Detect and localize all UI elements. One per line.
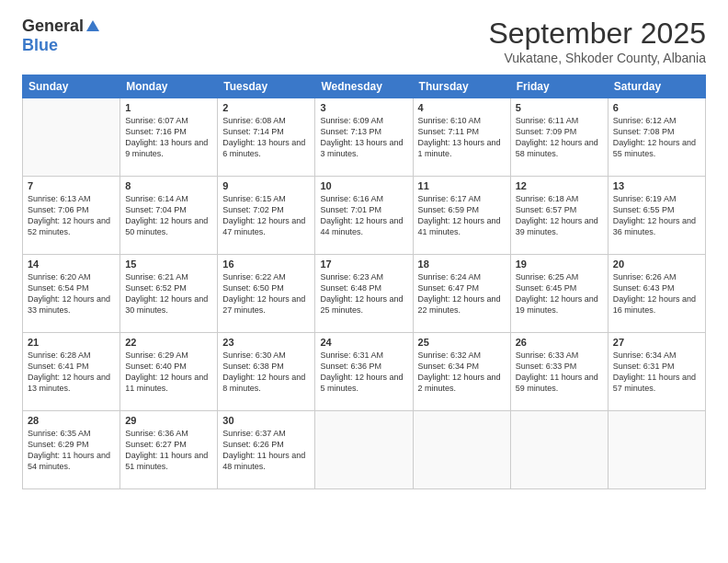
day-number: 19 (516, 259, 603, 270)
sunrise-label: Sunrise: 6:08 AM (222, 116, 286, 125)
cell-info: Sunrise: 6:08 AMSunset: 7:14 PMDaylight:… (222, 115, 310, 160)
cell-info: Sunrise: 6:31 AMSunset: 6:36 PMDaylight:… (320, 350, 407, 395)
day-number: 8 (125, 180, 212, 191)
sunrise-label: Sunrise: 6:26 AM (613, 272, 677, 282)
week-row-5: 28Sunrise: 6:35 AMSunset: 6:29 PMDayligh… (23, 411, 706, 489)
cell-info: Sunrise: 6:15 AMSunset: 7:02 PMDaylight:… (222, 193, 310, 238)
daylight-label: Daylight: 13 hours and 3 minutes. (320, 138, 403, 158)
daylight-label: Daylight: 13 hours and 9 minutes. (125, 138, 208, 158)
sunset-label: Sunset: 6:50 PM (222, 283, 284, 293)
sunset-label: Sunset: 6:41 PM (28, 362, 89, 371)
calendar-cell: 7Sunrise: 6:13 AMSunset: 7:06 PMDaylight… (23, 177, 120, 255)
sunrise-label: Sunrise: 6:20 AM (28, 272, 91, 282)
sunset-label: Sunset: 7:16 PM (125, 127, 187, 136)
cell-info: Sunrise: 6:10 AMSunset: 7:11 PMDaylight:… (418, 115, 506, 160)
sunset-label: Sunset: 6:47 PM (418, 283, 480, 293)
cell-info: Sunrise: 6:33 AMSunset: 6:33 PMDaylight:… (516, 350, 603, 395)
calendar-cell: 13Sunrise: 6:19 AMSunset: 6:55 PMDayligh… (608, 177, 705, 255)
logo-triangle-icon (86, 20, 99, 31)
daylight-label: Daylight: 12 hours and 58 minutes. (516, 138, 598, 158)
cell-info: Sunrise: 6:18 AMSunset: 6:57 PMDaylight:… (516, 193, 603, 238)
sunrise-label: Sunrise: 6:09 AM (320, 116, 383, 125)
sunrise-label: Sunrise: 6:14 AM (125, 194, 188, 203)
weekday-header-tuesday: Tuesday (218, 75, 315, 98)
sunset-label: Sunset: 7:14 PM (222, 127, 284, 136)
cell-info: Sunrise: 6:17 AMSunset: 6:59 PMDaylight:… (418, 193, 506, 238)
daylight-label: Daylight: 12 hours and 5 minutes. (320, 373, 403, 393)
cell-info: Sunrise: 6:20 AMSunset: 6:54 PMDaylight:… (28, 271, 115, 316)
daylight-label: Daylight: 12 hours and 55 minutes. (613, 138, 696, 158)
sunrise-label: Sunrise: 6:17 AM (418, 194, 482, 203)
day-number: 3 (320, 102, 407, 113)
calendar-cell (510, 411, 608, 489)
title-block: September 2025 Vukatane, Shkoder County,… (488, 17, 706, 65)
sunset-label: Sunset: 7:01 PM (320, 205, 381, 214)
sunrise-label: Sunrise: 6:31 AM (320, 350, 383, 360)
calendar-cell: 4Sunrise: 6:10 AMSunset: 7:11 PMDaylight… (413, 98, 510, 177)
cell-info: Sunrise: 6:37 AMSunset: 6:26 PMDaylight:… (222, 428, 310, 473)
day-number: 18 (418, 259, 506, 270)
sunrise-label: Sunrise: 6:28 AM (28, 350, 91, 360)
weekday-header-row: SundayMondayTuesdayWednesdayThursdayFrid… (23, 75, 706, 98)
sunrise-label: Sunrise: 6:32 AM (418, 350, 482, 360)
sunset-label: Sunset: 6:31 PM (613, 362, 675, 371)
calendar-cell: 1Sunrise: 6:07 AMSunset: 7:16 PMDaylight… (120, 98, 218, 177)
daylight-label: Daylight: 12 hours and 8 minutes. (222, 373, 305, 393)
daylight-label: Daylight: 12 hours and 11 minutes. (125, 373, 208, 393)
weekday-header-wednesday: Wednesday (315, 75, 413, 98)
daylight-label: Daylight: 11 hours and 54 minutes. (28, 451, 110, 471)
calendar-cell (608, 411, 705, 489)
day-number: 7 (28, 180, 115, 191)
calendar-cell: 10Sunrise: 6:16 AMSunset: 7:01 PMDayligh… (315, 177, 413, 255)
daylight-label: Daylight: 12 hours and 19 minutes. (516, 294, 598, 315)
cell-info: Sunrise: 6:29 AMSunset: 6:40 PMDaylight:… (125, 350, 212, 395)
calendar-cell: 5Sunrise: 6:11 AMSunset: 7:09 PMDaylight… (510, 98, 608, 177)
calendar-cell: 27Sunrise: 6:34 AMSunset: 6:31 PMDayligh… (608, 333, 705, 411)
daylight-label: Daylight: 13 hours and 1 minute. (418, 138, 501, 158)
cell-info: Sunrise: 6:30 AMSunset: 6:38 PMDaylight:… (222, 350, 310, 395)
cell-info: Sunrise: 6:25 AMSunset: 6:45 PMDaylight:… (516, 271, 603, 316)
calendar-cell: 14Sunrise: 6:20 AMSunset: 6:54 PMDayligh… (23, 255, 120, 333)
cell-info: Sunrise: 6:35 AMSunset: 6:29 PMDaylight:… (28, 428, 115, 473)
cell-info: Sunrise: 6:22 AMSunset: 6:50 PMDaylight:… (222, 271, 310, 316)
sunrise-label: Sunrise: 6:13 AM (28, 194, 91, 203)
calendar-cell: 2Sunrise: 6:08 AMSunset: 7:14 PMDaylight… (218, 98, 315, 177)
day-number: 28 (28, 415, 115, 426)
page: General Blue September 2025 Vukatane, Sh… (0, 0, 728, 563)
calendar-cell: 8Sunrise: 6:14 AMSunset: 7:04 PMDaylight… (120, 177, 218, 255)
sunrise-label: Sunrise: 6:18 AM (516, 194, 579, 203)
sunrise-label: Sunrise: 6:15 AM (222, 194, 286, 203)
day-number: 29 (125, 415, 212, 426)
calendar-cell: 29Sunrise: 6:36 AMSunset: 6:27 PMDayligh… (120, 411, 218, 489)
logo-icon (84, 20, 99, 33)
logo: General Blue (22, 17, 99, 55)
cell-info: Sunrise: 6:11 AMSunset: 7:09 PMDaylight:… (516, 115, 603, 160)
sunrise-label: Sunrise: 6:29 AM (125, 350, 188, 360)
daylight-label: Daylight: 11 hours and 48 minutes. (222, 451, 305, 471)
daylight-label: Daylight: 12 hours and 39 minutes. (516, 216, 598, 236)
sunset-label: Sunset: 6:48 PM (320, 283, 381, 293)
sunset-label: Sunset: 6:55 PM (613, 205, 675, 214)
cell-info: Sunrise: 6:19 AMSunset: 6:55 PMDaylight:… (613, 193, 700, 238)
sunrise-label: Sunrise: 6:37 AM (222, 429, 286, 438)
sunset-label: Sunset: 6:38 PM (222, 362, 284, 371)
sunset-label: Sunset: 6:54 PM (28, 283, 89, 293)
daylight-label: Daylight: 12 hours and 27 minutes. (222, 294, 305, 315)
sunrise-label: Sunrise: 6:12 AM (613, 116, 677, 125)
daylight-label: Daylight: 11 hours and 51 minutes. (125, 451, 208, 471)
weekday-header-saturday: Saturday (608, 75, 705, 98)
calendar-cell: 11Sunrise: 6:17 AMSunset: 6:59 PMDayligh… (413, 177, 510, 255)
daylight-label: Daylight: 12 hours and 2 minutes. (418, 373, 501, 393)
calendar-cell: 30Sunrise: 6:37 AMSunset: 6:26 PMDayligh… (218, 411, 315, 489)
sunrise-label: Sunrise: 6:33 AM (516, 350, 579, 360)
month-title: September 2025 (488, 17, 706, 51)
calendar-cell: 16Sunrise: 6:22 AMSunset: 6:50 PMDayligh… (218, 255, 315, 333)
daylight-label: Daylight: 12 hours and 36 minutes. (613, 216, 696, 236)
calendar-cell: 17Sunrise: 6:23 AMSunset: 6:48 PMDayligh… (315, 255, 413, 333)
sunset-label: Sunset: 6:43 PM (613, 283, 675, 293)
sunset-label: Sunset: 6:36 PM (320, 362, 381, 371)
sunrise-label: Sunrise: 6:35 AM (28, 429, 91, 438)
sunset-label: Sunset: 6:59 PM (418, 205, 480, 214)
cell-info: Sunrise: 6:07 AMSunset: 7:16 PMDaylight:… (125, 115, 212, 160)
sunset-label: Sunset: 7:09 PM (516, 127, 577, 136)
